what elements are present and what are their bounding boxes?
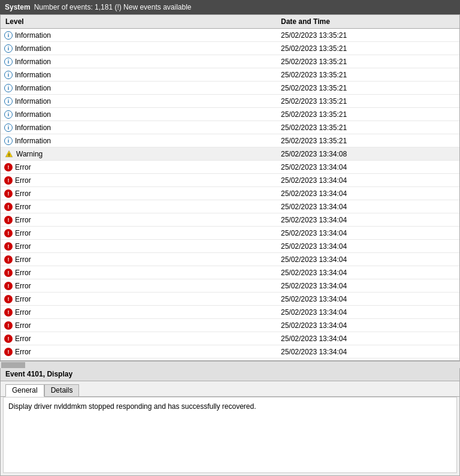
info-icon: i (4, 137, 13, 145)
row-datetime-cell: 25/02/2023 13:35:21 (276, 97, 459, 106)
row-level-label: Information (15, 84, 51, 92)
svg-text:!: ! (8, 152, 10, 158)
row-level-label: Warning (16, 150, 43, 158)
error-icon: ! (4, 269, 13, 277)
row-level-label: Information (15, 123, 51, 132)
row-datetime-cell: 25/02/2023 13:34:04 (276, 308, 459, 317)
error-icon: ! (4, 348, 13, 356)
app-name: System (5, 3, 31, 11)
table-row[interactable]: !Error25/02/2023 13:34:04 (1, 227, 459, 240)
events-count: Number of events: 1,181 (!) New events a… (34, 3, 192, 11)
tab-general[interactable]: General (5, 384, 44, 397)
table-row[interactable]: !Error25/02/2023 13:34:04 (1, 253, 459, 266)
table-row[interactable]: !Error25/02/2023 13:34:04 (1, 266, 459, 279)
row-level-cell: !Error (1, 335, 276, 343)
row-level-label: Information (15, 110, 51, 119)
row-datetime-cell: 25/02/2023 13:34:04 (276, 348, 459, 356)
info-icon: i (4, 58, 13, 66)
row-datetime-cell: 25/02/2023 13:34:04 (276, 176, 459, 185)
row-level-cell: iInformation (1, 71, 276, 79)
info-icon: i (4, 97, 13, 106)
info-icon: i (4, 44, 13, 53)
table-row[interactable]: !Error25/02/2023 13:34:04 (1, 187, 459, 200)
error-icon: ! (4, 295, 13, 303)
row-datetime-cell: 25/02/2023 13:34:04 (276, 255, 459, 264)
table-row[interactable]: !Error25/02/2023 13:34:04 (1, 293, 459, 306)
row-level-cell: iInformation (1, 123, 276, 132)
table-row[interactable]: !Error25/02/2023 13:34:04 (1, 345, 459, 358)
table-row[interactable]: iInformation25/02/2023 13:35:21 (1, 68, 459, 82)
row-level-cell: !Error (1, 203, 276, 211)
table-row[interactable]: !Error25/02/2023 13:34:04 (1, 332, 459, 345)
info-icon: i (4, 123, 13, 132)
row-datetime-cell: 25/02/2023 13:35:21 (276, 58, 459, 66)
row-datetime-cell: 25/02/2023 13:34:04 (276, 203, 459, 211)
row-datetime-cell: 25/02/2023 13:35:21 (276, 110, 459, 119)
row-level-label: Error (15, 163, 31, 171)
scrollbar-thumb[interactable] (1, 362, 25, 368)
table-row[interactable]: iInformation25/02/2023 13:35:21 (1, 29, 459, 42)
error-icon: ! (4, 189, 13, 198)
row-level-label: Information (15, 71, 51, 79)
row-level-label: Error (15, 229, 31, 237)
col-datetime-header: Date and Time (276, 17, 459, 26)
row-level-cell: !Error (1, 176, 276, 185)
row-datetime-cell: 25/02/2023 13:35:21 (276, 31, 459, 40)
row-level-label: Error (15, 348, 31, 356)
event-description: Display driver nvlddmkm stopped respondi… (8, 402, 256, 411)
row-level-cell: !Error (1, 229, 276, 237)
warning-icon: ! (4, 150, 14, 158)
table-body[interactable]: iInformation25/02/2023 13:35:21iInformat… (1, 29, 459, 358)
row-datetime-cell: 25/02/2023 13:34:04 (276, 216, 459, 224)
tab-details[interactable]: Details (44, 384, 80, 397)
table-row[interactable]: iInformation25/02/2023 13:35:21 (1, 121, 459, 134)
row-level-label: Error (15, 321, 31, 330)
info-icon: i (4, 71, 13, 79)
row-datetime-cell: 25/02/2023 13:35:21 (276, 84, 459, 92)
info-icon: i (4, 110, 13, 119)
horizontal-scrollbar[interactable] (0, 361, 460, 368)
table-row[interactable]: !Error25/02/2023 13:34:04 (1, 174, 459, 187)
row-datetime-cell: 25/02/2023 13:35:21 (276, 71, 459, 79)
bottom-panel: Event 4101, Display General Details Disp… (0, 368, 460, 476)
table-row[interactable]: iInformation25/02/2023 13:35:21 (1, 108, 459, 121)
table-row[interactable]: iInformation25/02/2023 13:35:21 (1, 95, 459, 108)
error-icon: ! (4, 203, 13, 211)
error-icon: ! (4, 242, 13, 251)
row-level-label: Error (15, 335, 31, 343)
info-icon: i (4, 31, 13, 40)
table-row[interactable]: !Error25/02/2023 13:34:04 (1, 200, 459, 213)
table-row[interactable]: iInformation25/02/2023 13:35:21 (1, 82, 459, 95)
table-row[interactable]: !Error25/02/2023 13:34:04 (1, 161, 459, 174)
row-datetime-cell: 25/02/2023 13:34:08 (276, 150, 459, 158)
table-row[interactable]: iInformation25/02/2023 13:35:21 (1, 55, 459, 68)
table-row[interactable]: !Warning25/02/2023 13:34:08 (1, 147, 459, 161)
table-row[interactable]: iInformation25/02/2023 13:35:21 (1, 42, 459, 55)
row-level-label: Error (15, 176, 31, 185)
row-level-cell: !Error (1, 216, 276, 224)
event-title: Event 4101, Display (1, 368, 459, 381)
table-row[interactable]: !Error25/02/2023 13:34:04 (1, 319, 459, 332)
error-icon: ! (4, 229, 13, 237)
row-level-label: Information (15, 31, 51, 40)
row-level-cell: iInformation (1, 137, 276, 145)
row-datetime-cell: 25/02/2023 13:35:21 (276, 123, 459, 132)
row-level-label: Information (15, 44, 51, 53)
error-icon: ! (4, 308, 13, 317)
table-row[interactable]: !Error25/02/2023 13:34:04 (1, 279, 459, 293)
row-datetime-cell: 25/02/2023 13:35:21 (276, 137, 459, 145)
row-level-label: Information (15, 58, 51, 66)
row-level-label: Error (15, 203, 31, 211)
table-row[interactable]: !Error25/02/2023 13:34:04 (1, 213, 459, 227)
row-level-label: Information (15, 137, 51, 145)
table-row[interactable]: !Error25/02/2023 13:34:04 (1, 240, 459, 253)
error-icon: ! (4, 255, 13, 264)
main-container: Level Date and Time iInformation25/02/20… (0, 14, 460, 476)
error-icon: ! (4, 335, 13, 343)
table-row[interactable]: iInformation25/02/2023 13:35:21 (1, 134, 459, 147)
table-row[interactable]: !Error25/02/2023 13:34:04 (1, 306, 459, 319)
info-icon: i (4, 84, 13, 92)
row-datetime-cell: 25/02/2023 13:35:21 (276, 44, 459, 53)
row-level-cell: !Error (1, 282, 276, 290)
row-datetime-cell: 25/02/2023 13:34:04 (276, 335, 459, 343)
